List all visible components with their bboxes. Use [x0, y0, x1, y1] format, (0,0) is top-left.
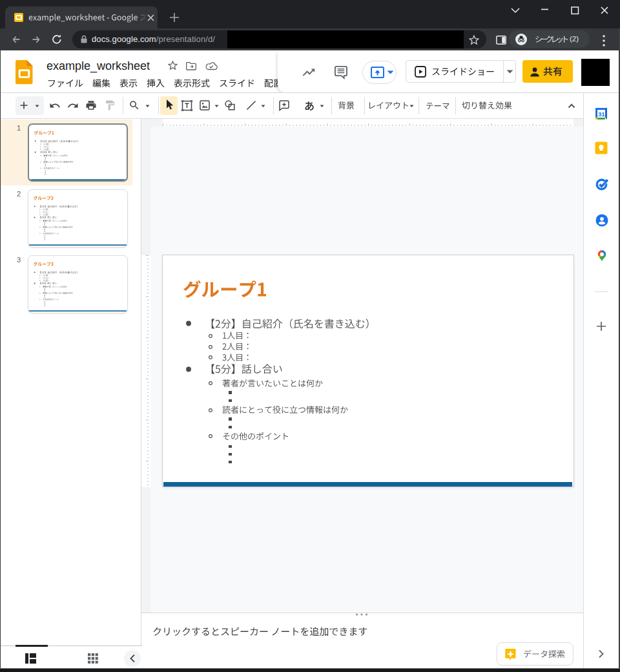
svg-text:31: 31	[598, 110, 605, 118]
